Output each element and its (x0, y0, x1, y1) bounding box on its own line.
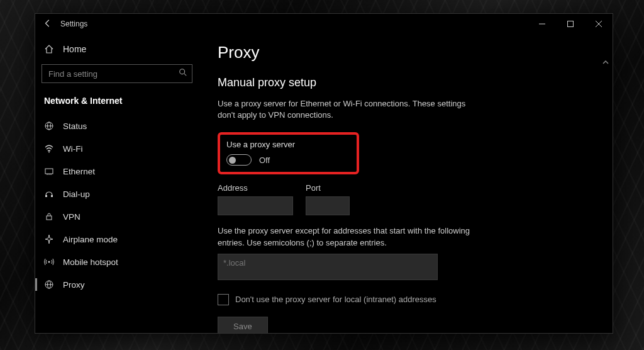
window-title: Settings (60, 20, 87, 28)
svg-rect-15 (51, 195, 53, 197)
svg-rect-14 (45, 195, 47, 197)
svg-point-9 (48, 152, 50, 153)
home-nav[interactable]: Home (35, 39, 199, 59)
toggle-row: Off (226, 154, 350, 166)
back-button[interactable] (35, 19, 60, 30)
sidebar-item-label: VPN (63, 212, 80, 222)
bypass-local-label: Don't use the proxy server for local (in… (235, 295, 436, 304)
sidebar-item-label: Mobile hotspot (63, 257, 118, 267)
use-proxy-label: Use a proxy server (226, 140, 350, 149)
maximize-button[interactable] (556, 14, 584, 34)
port-input[interactable] (306, 196, 350, 215)
address-port-row: Address Port (218, 183, 594, 215)
address-input[interactable] (218, 196, 293, 215)
bypass-local-row: Don't use the proxy server for local (in… (218, 294, 594, 305)
ethernet-icon (44, 166, 54, 176)
svg-point-4 (180, 69, 185, 74)
sidebar-item-label: Dial-up (63, 189, 90, 199)
use-proxy-toggle[interactable] (226, 154, 252, 166)
section-title: Manual proxy setup (218, 76, 594, 89)
search-icon (179, 68, 187, 79)
sidebar-item-label: Proxy (63, 280, 85, 290)
svg-point-17 (48, 261, 50, 263)
sidebar-item-hotspot[interactable]: Mobile hotspot (35, 251, 199, 273)
port-label: Port (306, 183, 350, 193)
home-icon (44, 44, 54, 54)
section-description: Use a proxy server for Ethernet or Wi-Fi… (218, 98, 482, 121)
page-title: Proxy (218, 43, 594, 62)
highlighted-region: Use a proxy server Off (218, 132, 359, 174)
svg-rect-1 (567, 21, 573, 27)
status-icon (44, 121, 54, 131)
sidebar-item-status[interactable]: Status (35, 115, 199, 137)
minimize-button[interactable] (528, 14, 556, 34)
bypass-local-checkbox[interactable] (218, 294, 229, 305)
address-label: Address (218, 183, 293, 193)
toggle-state-text: Off (259, 155, 270, 165)
sidebar-item-label: Wi-Fi (63, 144, 82, 154)
sidebar-item-dialup[interactable]: Dial-up (35, 183, 199, 205)
window-controls (528, 14, 613, 34)
wifi-icon (44, 144, 54, 154)
exceptions-description: Use the proxy server except for addresse… (218, 225, 482, 248)
nav-list: Status Wi-Fi Ethernet Dial-up VPN (35, 115, 199, 296)
sidebar-item-label: Ethernet (63, 167, 95, 176)
save-button[interactable]: Save (218, 317, 268, 333)
sidebar-item-ethernet[interactable]: Ethernet (35, 160, 199, 183)
sidebar-item-proxy[interactable]: Proxy (35, 273, 199, 296)
exceptions-input[interactable] (218, 254, 438, 280)
titlebar: Settings (35, 14, 613, 34)
search-input[interactable] (42, 64, 192, 83)
svg-rect-16 (47, 216, 52, 220)
address-field-group: Address (218, 183, 293, 215)
hotspot-icon (44, 257, 54, 267)
vpn-icon (44, 212, 54, 222)
dialup-icon (44, 189, 54, 199)
svg-rect-10 (45, 169, 53, 174)
category-header: Network & Internet (35, 92, 199, 115)
sidebar-item-wifi[interactable]: Wi-Fi (35, 137, 199, 160)
home-label: Home (63, 44, 86, 54)
sidebar-item-airplane[interactable]: Airplane mode (35, 228, 199, 251)
search-wrap (42, 64, 192, 83)
svg-line-5 (184, 74, 187, 76)
scroll-up-arrow[interactable] (602, 59, 609, 67)
proxy-icon (44, 279, 54, 290)
sidebar-item-label: Status (63, 121, 87, 131)
sidebar-item-label: Airplane mode (63, 235, 118, 244)
sidebar: Home Network & Internet Status Wi-Fi (35, 34, 199, 333)
port-field-group: Port (306, 183, 350, 215)
airplane-icon (44, 234, 54, 244)
sidebar-item-vpn[interactable]: VPN (35, 205, 199, 228)
close-button[interactable] (584, 14, 613, 34)
content-area: Proxy Manual proxy setup Use a proxy ser… (199, 34, 613, 333)
settings-window: Settings Home Network & Internet (35, 13, 613, 334)
